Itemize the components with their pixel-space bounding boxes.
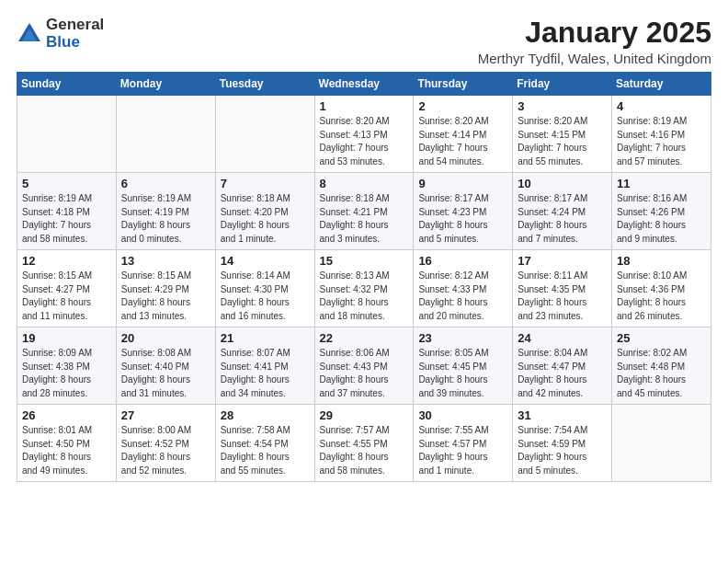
day-info: Sunrise: 8:20 AM Sunset: 4:15 PM Dayligh… xyxy=(518,115,607,168)
day-info: Sunrise: 8:08 AM Sunset: 4:40 PM Dayligh… xyxy=(121,347,210,400)
day-number: 15 xyxy=(320,254,409,268)
day-info: Sunrise: 8:00 AM Sunset: 4:52 PM Dayligh… xyxy=(121,424,210,477)
col-header-tuesday: Tuesday xyxy=(215,73,314,96)
col-header-wednesday: Wednesday xyxy=(314,73,414,96)
day-info: Sunrise: 8:14 AM Sunset: 4:30 PM Dayligh… xyxy=(221,270,310,323)
day-info: Sunrise: 8:20 AM Sunset: 4:13 PM Dayligh… xyxy=(320,115,409,168)
day-number: 19 xyxy=(22,331,111,345)
day-info: Sunrise: 8:15 AM Sunset: 4:29 PM Dayligh… xyxy=(121,270,210,323)
calendar-day-4: 4Sunrise: 8:19 AM Sunset: 4:16 PM Daylig… xyxy=(612,96,711,173)
day-info: Sunrise: 8:09 AM Sunset: 4:38 PM Dayligh… xyxy=(22,347,111,400)
col-header-saturday: Saturday xyxy=(612,73,711,96)
day-number: 22 xyxy=(320,331,409,345)
day-number: 11 xyxy=(617,177,706,190)
calendar-header-row: SundayMondayTuesdayWednesdayThursdayFrid… xyxy=(17,73,711,96)
day-info: Sunrise: 8:15 AM Sunset: 4:27 PM Dayligh… xyxy=(22,270,111,323)
day-info: Sunrise: 8:10 AM Sunset: 4:36 PM Dayligh… xyxy=(617,270,706,323)
day-number: 1 xyxy=(320,99,409,113)
calendar-day-9: 9Sunrise: 8:17 AM Sunset: 4:23 PM Daylig… xyxy=(414,173,513,250)
day-info: Sunrise: 8:06 AM Sunset: 4:43 PM Dayligh… xyxy=(320,347,409,400)
calendar-day-10: 10Sunrise: 8:17 AM Sunset: 4:24 PM Dayli… xyxy=(513,173,612,250)
calendar-day-15: 15Sunrise: 8:13 AM Sunset: 4:32 PM Dayli… xyxy=(314,250,414,327)
day-number: 30 xyxy=(418,408,507,422)
calendar-day-16: 16Sunrise: 8:12 AM Sunset: 4:33 PM Dayli… xyxy=(414,250,513,327)
day-number: 12 xyxy=(22,254,111,268)
day-number: 28 xyxy=(221,408,310,422)
calendar-day-27: 27Sunrise: 8:00 AM Sunset: 4:52 PM Dayli… xyxy=(116,405,215,482)
day-info: Sunrise: 7:54 AM Sunset: 4:59 PM Dayligh… xyxy=(518,424,607,477)
day-number: 10 xyxy=(518,177,607,190)
day-number: 31 xyxy=(518,408,607,422)
calendar-day-2: 2Sunrise: 8:20 AM Sunset: 4:14 PM Daylig… xyxy=(414,96,513,173)
calendar-day-8: 8Sunrise: 8:18 AM Sunset: 4:21 PM Daylig… xyxy=(314,173,414,250)
calendar-day-11: 11Sunrise: 8:16 AM Sunset: 4:26 PM Dayli… xyxy=(612,173,711,250)
logo-blue: Blue xyxy=(46,34,104,52)
day-number: 14 xyxy=(221,254,310,268)
header: General Blue January 2025 Merthyr Tydfil… xyxy=(17,17,711,66)
calendar-day-17: 17Sunrise: 8:11 AM Sunset: 4:35 PM Dayli… xyxy=(513,250,612,327)
location: Merthyr Tydfil, Wales, United Kingdom xyxy=(478,51,711,66)
day-info: Sunrise: 8:04 AM Sunset: 4:47 PM Dayligh… xyxy=(518,347,607,400)
calendar-week-row: 1Sunrise: 8:20 AM Sunset: 4:13 PM Daylig… xyxy=(17,96,711,173)
col-header-monday: Monday xyxy=(116,73,215,96)
day-number: 17 xyxy=(518,254,607,268)
day-info: Sunrise: 7:55 AM Sunset: 4:57 PM Dayligh… xyxy=(418,424,507,477)
calendar-day-29: 29Sunrise: 7:57 AM Sunset: 4:55 PM Dayli… xyxy=(314,405,414,482)
day-number: 7 xyxy=(221,177,310,190)
logo-text: General Blue xyxy=(46,17,104,51)
calendar-day-30: 30Sunrise: 7:55 AM Sunset: 4:57 PM Dayli… xyxy=(414,405,513,482)
day-number: 25 xyxy=(617,331,706,345)
day-number: 3 xyxy=(518,99,607,113)
day-info: Sunrise: 8:13 AM Sunset: 4:32 PM Dayligh… xyxy=(320,270,409,323)
day-info: Sunrise: 8:16 AM Sunset: 4:26 PM Dayligh… xyxy=(617,192,706,246)
day-number: 20 xyxy=(121,331,210,345)
calendar-week-row: 26Sunrise: 8:01 AM Sunset: 4:50 PM Dayli… xyxy=(17,405,711,482)
logo-icon xyxy=(17,21,42,47)
calendar-day-12: 12Sunrise: 8:15 AM Sunset: 4:27 PM Dayli… xyxy=(17,250,117,327)
col-header-thursday: Thursday xyxy=(414,73,513,96)
month-title: January 2025 xyxy=(478,17,711,49)
day-info: Sunrise: 8:12 AM Sunset: 4:33 PM Dayligh… xyxy=(418,270,507,323)
calendar-day-6: 6Sunrise: 8:19 AM Sunset: 4:19 PM Daylig… xyxy=(116,173,215,250)
calendar-day-28: 28Sunrise: 7:58 AM Sunset: 4:54 PM Dayli… xyxy=(215,405,314,482)
day-info: Sunrise: 8:20 AM Sunset: 4:14 PM Dayligh… xyxy=(418,115,507,168)
calendar-day-7: 7Sunrise: 8:18 AM Sunset: 4:20 PM Daylig… xyxy=(215,173,314,250)
col-header-friday: Friday xyxy=(513,73,612,96)
day-info: Sunrise: 7:58 AM Sunset: 4:54 PM Dayligh… xyxy=(221,424,310,477)
day-info: Sunrise: 8:18 AM Sunset: 4:20 PM Dayligh… xyxy=(221,192,310,246)
calendar-empty-cell xyxy=(612,405,711,482)
logo-general: General xyxy=(46,17,104,34)
day-number: 4 xyxy=(617,99,706,113)
day-number: 23 xyxy=(418,331,507,345)
calendar-day-19: 19Sunrise: 8:09 AM Sunset: 4:38 PM Dayli… xyxy=(17,327,117,405)
day-info: Sunrise: 7:57 AM Sunset: 4:55 PM Dayligh… xyxy=(320,424,409,477)
day-number: 26 xyxy=(22,408,111,422)
day-number: 24 xyxy=(518,331,607,345)
day-info: Sunrise: 8:17 AM Sunset: 4:23 PM Dayligh… xyxy=(418,192,507,246)
calendar-day-26: 26Sunrise: 8:01 AM Sunset: 4:50 PM Dayli… xyxy=(17,405,117,482)
calendar-day-5: 5Sunrise: 8:19 AM Sunset: 4:18 PM Daylig… xyxy=(17,173,117,250)
calendar-day-1: 1Sunrise: 8:20 AM Sunset: 4:13 PM Daylig… xyxy=(314,96,414,173)
day-info: Sunrise: 8:17 AM Sunset: 4:24 PM Dayligh… xyxy=(518,192,607,246)
calendar-day-13: 13Sunrise: 8:15 AM Sunset: 4:29 PM Dayli… xyxy=(116,250,215,327)
day-number: 2 xyxy=(418,99,507,113)
calendar-day-31: 31Sunrise: 7:54 AM Sunset: 4:59 PM Dayli… xyxy=(513,405,612,482)
calendar-week-row: 5Sunrise: 8:19 AM Sunset: 4:18 PM Daylig… xyxy=(17,173,711,250)
day-info: Sunrise: 8:01 AM Sunset: 4:50 PM Dayligh… xyxy=(22,424,111,477)
day-number: 8 xyxy=(320,177,409,190)
day-number: 21 xyxy=(221,331,310,345)
calendar-day-23: 23Sunrise: 8:05 AM Sunset: 4:45 PM Dayli… xyxy=(414,327,513,405)
calendar-day-3: 3Sunrise: 8:20 AM Sunset: 4:15 PM Daylig… xyxy=(513,96,612,173)
calendar-empty-cell xyxy=(215,96,314,173)
day-number: 29 xyxy=(320,408,409,422)
day-number: 16 xyxy=(418,254,507,268)
day-info: Sunrise: 8:19 AM Sunset: 4:19 PM Dayligh… xyxy=(121,192,210,246)
day-number: 13 xyxy=(121,254,210,268)
day-number: 27 xyxy=(121,408,210,422)
col-header-sunday: Sunday xyxy=(17,73,117,96)
calendar-day-25: 25Sunrise: 8:02 AM Sunset: 4:48 PM Dayli… xyxy=(612,327,711,405)
calendar-empty-cell xyxy=(116,96,215,173)
day-info: Sunrise: 8:02 AM Sunset: 4:48 PM Dayligh… xyxy=(617,347,706,400)
title-block: January 2025 Merthyr Tydfil, Wales, Unit… xyxy=(478,17,711,66)
calendar-table: SundayMondayTuesdayWednesdayThursdayFrid… xyxy=(17,72,711,482)
